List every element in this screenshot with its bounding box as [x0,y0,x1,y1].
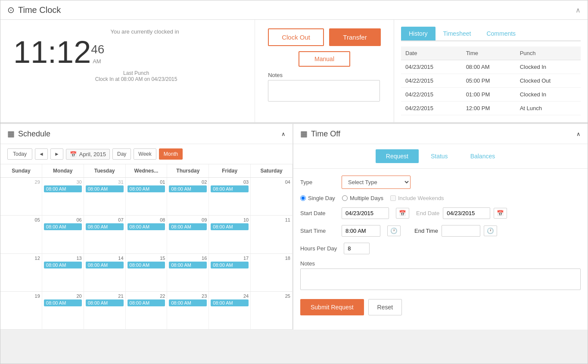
cal-event[interactable]: 08:00 AM [211,262,249,268]
cal-cell[interactable]: 0308:00 AM [209,178,251,215]
cal-event[interactable]: 08:00 AM [169,223,207,230]
cal-event[interactable]: 08:00 AM [211,185,249,192]
cal-cell[interactable]: 0708:00 AM [84,216,126,253]
cal-cell[interactable]: 0908:00 AM [167,216,209,253]
type-label: Type [300,179,335,185]
timeoff-collapse-icon[interactable]: ∧ [576,131,581,137]
cal-cell[interactable]: 0808:00 AM [126,216,168,253]
tab-history[interactable]: History [401,27,436,40]
tab-status[interactable]: Status [420,149,458,163]
end-time-input[interactable] [442,225,480,237]
hours-input[interactable] [344,243,370,254]
tab-comments[interactable]: Comments [479,27,523,40]
cal-event[interactable]: 08:00 AM [211,223,249,230]
cal-cell[interactable]: 04 [251,178,292,215]
cal-cell[interactable]: 1008:00 AM [209,216,251,253]
cal-cell[interactable]: 0208:00 AM [167,178,209,215]
cal-cell[interactable]: 12 [0,254,42,291]
col-punch: Punch [516,46,581,60]
cal-event[interactable]: 08:00 AM [86,299,124,306]
start-date-calendar-button[interactable]: 📅 [396,208,409,219]
end-time-label: End Time [414,228,438,234]
cal-date-num: 23 [169,293,207,299]
cal-event[interactable]: 08:00 AM [169,262,207,268]
cal-cell[interactable]: 1608:00 AM [167,254,209,291]
cal-cell[interactable]: 1408:00 AM [84,254,126,291]
cal-event[interactable]: 08:00 AM [44,185,82,192]
history-table: Date Time Punch 04/23/2015 08:00 AM Cloc… [401,46,581,115]
cal-event[interactable]: 08:00 AM [128,223,165,230]
clock-out-button[interactable]: Clock Out [268,28,324,46]
collapse-icon[interactable]: ∧ [576,6,581,14]
cal-cell[interactable]: 1508:00 AM [126,254,168,291]
cal-event[interactable]: 08:00 AM [86,185,124,192]
cal-cell[interactable]: 2208:00 AM [126,292,168,329]
next-button[interactable]: ► [50,148,63,160]
cal-event[interactable]: 08:00 AM [169,185,207,192]
single-day-radio[interactable] [300,195,306,201]
cal-cell[interactable]: 29 [0,178,42,215]
cal-event[interactable]: 08:00 AM [86,223,124,230]
cal-cell[interactable]: 0608:00 AM [42,216,84,253]
cal-date-num: 17 [211,256,249,261]
tab-request[interactable]: Request [376,149,419,163]
start-time-clock-button[interactable]: 🕐 [387,225,401,236]
cal-event[interactable]: 08:00 AM [44,299,82,306]
end-date-input[interactable] [443,207,490,219]
today-button[interactable]: Today [7,148,32,160]
notes-input[interactable] [268,80,380,102]
cal-cell[interactable]: 1308:00 AM [42,254,84,291]
cal-event[interactable]: 08:00 AM [211,299,249,306]
reset-button[interactable]: Reset [368,299,402,315]
cal-cell[interactable]: 2108:00 AM [84,292,126,329]
type-select[interactable]: Select Type Vacation Sick [342,176,411,189]
end-date-label: End Date [416,210,439,216]
cal-cell[interactable]: 2308:00 AM [167,292,209,329]
tab-balances[interactable]: Balances [460,149,506,163]
cal-event[interactable]: 08:00 AM [44,223,82,230]
manual-button[interactable]: Manual [299,51,350,67]
cal-cell[interactable]: 2408:00 AM [209,292,251,329]
start-time-input[interactable] [342,225,380,237]
day-type-row: Single Day Multiple Days Include Weekend… [300,195,581,201]
cal-cell[interactable]: 3008:00 AM [42,178,84,215]
cal-date-num: 29 [2,179,40,185]
cal-event[interactable]: 08:00 AM [128,185,165,192]
schedule-collapse-icon[interactable]: ∧ [281,131,286,137]
multiple-days-radio[interactable] [342,195,348,201]
cal-week: 293008:00 AM3108:00 AM0108:00 AM0208:00 … [0,178,292,216]
cal-cell[interactable]: 2008:00 AM [42,292,84,329]
clock-status-text: You are currently clocked in [110,28,179,35]
end-time-clock-button[interactable]: 🕐 [484,225,497,236]
start-date-input[interactable] [342,207,389,219]
cal-cell[interactable]: 11 [251,216,292,253]
cal-event[interactable]: 08:00 AM [86,262,124,268]
cal-event[interactable]: 08:00 AM [128,299,165,306]
multiple-days-radio-label[interactable]: Multiple Days [342,195,383,201]
cal-cell[interactable]: 05 [0,216,42,253]
single-day-radio-label[interactable]: Single Day [300,195,335,201]
view-day-button[interactable]: Day [112,148,131,160]
cal-event[interactable]: 08:00 AM [44,262,82,268]
cal-cell[interactable]: 18 [251,254,292,291]
end-date-calendar-button[interactable]: 📅 [494,208,507,219]
prev-button[interactable]: ◄ [35,148,48,160]
cal-cell[interactable]: 25 [251,292,292,329]
timeoff-notes-input[interactable] [300,268,581,290]
cal-date-num: 19 [2,293,40,299]
cal-date-num: 06 [44,217,82,222]
tab-timesheet[interactable]: Timesheet [436,27,479,40]
view-week-button[interactable]: Week [134,148,156,160]
timeoff-header: ▦ Time Off ∧ [293,124,588,144]
submit-request-button[interactable]: Submit Request [300,299,364,315]
include-weekends-label[interactable]: Include Weekends [390,195,444,201]
cal-event[interactable]: 08:00 AM [169,299,207,306]
cal-cell[interactable]: 1708:00 AM [209,254,251,291]
cal-cell[interactable]: 19 [0,292,42,329]
transfer-button[interactable]: Transfer [329,28,381,46]
view-month-button[interactable]: Month [159,148,183,160]
cal-cell[interactable]: 3108:00 AM [84,178,126,215]
cell-time: 01:00 PM [462,88,516,102]
cal-event[interactable]: 08:00 AM [128,262,165,268]
cal-cell[interactable]: 0108:00 AM [126,178,168,215]
